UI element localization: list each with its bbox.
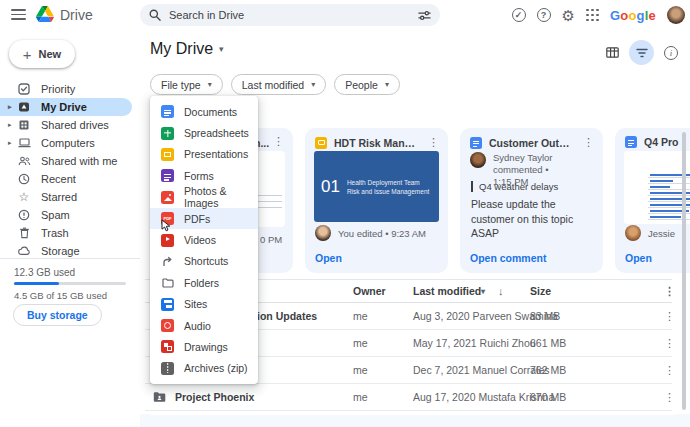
size-column-header[interactable]: Size (530, 285, 551, 297)
file-size: 670 MB (530, 391, 566, 403)
more-options-icon[interactable]: ⋮ (580, 136, 597, 149)
search-options-icon[interactable] (418, 9, 431, 22)
clock-icon (16, 173, 32, 185)
sidebar-item-shared-with-me[interactable]: Shared with me (0, 152, 140, 170)
last-modified-column-header[interactable]: Last modified (413, 285, 481, 297)
more-options-icon[interactable]: ⋮ (270, 135, 287, 148)
file-size: 661 MB (530, 337, 566, 349)
expand-arrow-icon[interactable]: ▸ (8, 103, 16, 111)
more-options-icon[interactable]: ⋮ (664, 391, 675, 404)
file-size: 762 MB (530, 364, 566, 376)
avatar (625, 225, 641, 241)
menu-item-forms[interactable]: Forms (150, 165, 258, 186)
google-logo: Google (610, 8, 656, 23)
storage-used-label: 12.3 GB used (14, 267, 75, 278)
sort-direction-icon[interactable]: ↓ (498, 285, 504, 297)
help-icon[interactable]: ? (537, 8, 551, 22)
card-activity: Jessie (648, 228, 675, 239)
top-app-bar: Drive ✓ ? ⚙ Google (0, 0, 690, 30)
slides-file-icon (315, 137, 327, 149)
sidebar-item-starred[interactable]: ☆ Starred (0, 188, 140, 206)
offline-status-icon[interactable]: ✓ (512, 8, 526, 22)
menu-item-presentations[interactable]: Presentations (150, 144, 258, 165)
menu-icon[interactable] (11, 9, 26, 20)
sidebar-item-shared-drives[interactable]: ▸ Shared drives (0, 116, 140, 134)
grid-view-icon[interactable] (606, 47, 619, 58)
new-button[interactable]: + New (9, 40, 75, 68)
menu-item-drawings[interactable]: Drawings (150, 336, 258, 357)
more-options-icon[interactable]: ⋮ (664, 310, 675, 323)
suggested-card[interactable]: HDT Risk Management ⋮ 01 Health Deployme… (305, 128, 448, 273)
file-name: Project Phoenix (175, 391, 254, 403)
menu-item-photos-images[interactable]: Photos & Images (150, 187, 258, 208)
audio-icon (161, 319, 174, 332)
menu-item-videos[interactable]: Videos (150, 229, 258, 250)
search-bar[interactable] (140, 4, 440, 26)
sidebar-item-priority[interactable]: Priority (0, 80, 140, 98)
card-activity: You edited • 9:23 AM (338, 228, 426, 239)
menu-item-audio[interactable]: Audio (150, 315, 258, 336)
open-link[interactable]: Open (315, 252, 342, 264)
suggested-card[interactable]: Q4 Pro Jessie Open (615, 128, 690, 273)
more-options-icon[interactable]: ⋮ (425, 136, 442, 149)
menu-item-documents[interactable]: Documents (150, 101, 258, 122)
chevron-down-icon[interactable]: ▾ (481, 287, 485, 296)
comment-quote: Q4 weather delays (471, 181, 558, 192)
filter-list-icon[interactable] (629, 40, 654, 65)
more-options-icon[interactable]: ⋮ (664, 364, 675, 377)
vertical-scrollbar[interactable] (682, 132, 686, 410)
sidebar-item-computers[interactable]: ▸ Computers (0, 134, 140, 152)
buy-storage-button[interactable]: Buy storage (13, 304, 102, 326)
priority-icon (16, 83, 32, 95)
doc-thumbnail (624, 151, 690, 224)
chevron-down-icon: ▾ (385, 80, 389, 89)
app-name: Drive (60, 7, 93, 23)
suggested-card[interactable]: Customer Outreach... ⋮ Sydney Taylor com… (460, 128, 603, 273)
slide-thumbnail: 01 Health Deployment Team Risk and Issue… (314, 151, 439, 222)
drawings-icon (161, 340, 174, 353)
sidebar-divider (0, 258, 140, 259)
file-size: 83 MB (530, 310, 560, 322)
table-row[interactable]: Project Phoenix me Aug 17, 2020 Mustafa … (145, 384, 672, 411)
sidebar-item-recent[interactable]: Recent (0, 170, 140, 188)
page-background (140, 414, 690, 427)
file-owner: me (353, 310, 368, 322)
page-title[interactable]: My Drive ▾ (150, 40, 224, 58)
mouse-cursor (161, 219, 172, 232)
sidebar-item-my-drive[interactable]: ▸ My Drive (0, 98, 132, 116)
open-comment-link[interactable]: Open comment (470, 252, 546, 264)
people-chip[interactable]: People ▾ (334, 74, 400, 95)
settings-gear-icon[interactable]: ⚙ (562, 8, 575, 23)
menu-item-sites[interactable]: Sites (150, 294, 258, 315)
avatar (315, 225, 331, 241)
drive-logo-icon (36, 6, 54, 22)
folder-icon (161, 276, 174, 289)
search-icon (149, 9, 161, 21)
owner-column-header[interactable]: Owner (353, 285, 386, 297)
search-input[interactable] (169, 9, 410, 21)
menu-item-archives[interactable]: Archives (zip) (150, 358, 258, 379)
file-type-chip[interactable]: File type ▾ (150, 74, 223, 95)
sidebar-item-trash[interactable]: Trash (0, 224, 140, 242)
google-apps-grid-icon[interactable] (586, 9, 599, 22)
more-options-icon[interactable]: ⋮ (664, 337, 675, 350)
chevron-down-icon: ▾ (219, 44, 224, 54)
more-options-icon[interactable]: ⋮ (664, 285, 675, 298)
menu-item-shortcuts[interactable]: Shortcuts (150, 251, 258, 272)
star-icon: ☆ (16, 191, 32, 203)
menu-item-spreadsheets[interactable]: Spreadsheets (150, 122, 258, 143)
expand-arrow-icon[interactable]: ▸ (8, 139, 16, 147)
sidebar-item-spam[interactable]: Spam (0, 206, 140, 224)
menu-item-folders[interactable]: Folders (150, 272, 258, 293)
cloud-icon (16, 245, 32, 257)
expand-arrow-icon[interactable]: ▸ (8, 121, 16, 129)
plus-icon: + (23, 46, 32, 63)
file-type-menu: Documents Spreadsheets Presentations For… (150, 96, 258, 384)
last-modified-chip[interactable]: Last modified ▾ (231, 74, 326, 95)
my-drive-icon (16, 101, 32, 113)
forms-icon (161, 169, 174, 182)
open-link[interactable]: Open (625, 252, 652, 264)
info-icon[interactable]: i (664, 46, 678, 60)
account-avatar[interactable] (667, 6, 685, 24)
shortcut-arrow-icon (161, 255, 174, 268)
